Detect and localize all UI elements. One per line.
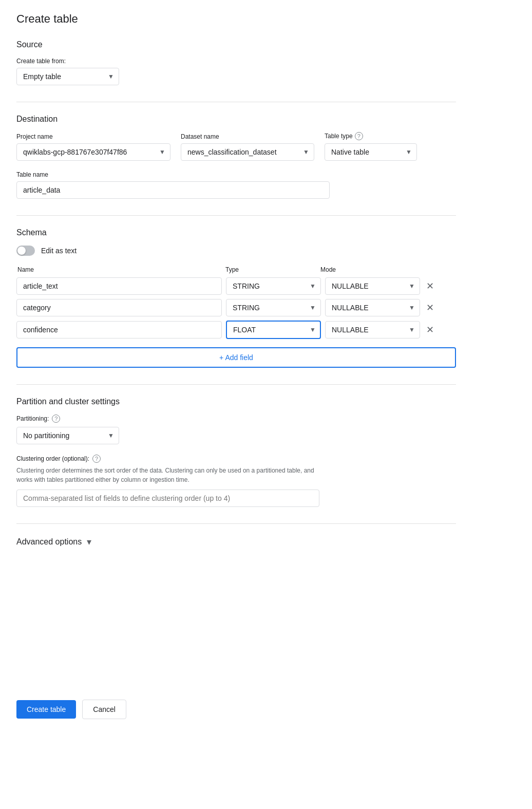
footer-spacer (16, 564, 456, 667)
source-section-title: Source (16, 40, 456, 49)
clustering-input[interactable] (16, 490, 319, 507)
schema-header: Name Type Mode (16, 266, 456, 273)
partitioning-label: Partitioning: (16, 415, 49, 422)
dataset-name-select[interactable]: news_classification_dataset (181, 143, 314, 161)
add-field-button[interactable]: + Add field (16, 347, 456, 368)
schema-mode-select-wrapper-2: NULLABLE REQUIRED REPEATED ▼ (325, 299, 420, 316)
table-type-field: Table type ? Native table External table… (325, 132, 417, 161)
table-type-help-icon[interactable]: ? (355, 132, 363, 140)
dataset-name-label: Dataset name (181, 133, 314, 140)
table-type-select[interactable]: Native table External table View Materia… (325, 143, 417, 161)
schema-col-name-header: Name (16, 266, 224, 273)
footer-buttons: Create table Cancel (0, 687, 532, 731)
schema-type-select-1[interactable]: STRING BYTES INTEGER FLOAT BOOLEAN RECOR… (226, 277, 321, 295)
cancel-button[interactable]: Cancel (82, 700, 126, 719)
destination-divider (16, 215, 456, 216)
partition-section-title: Partition and cluster settings (16, 397, 456, 406)
schema-type-select-wrapper-3: STRING BYTES INTEGER FLOAT BOOLEAN ▼ (226, 321, 321, 339)
create-table-button[interactable]: Create table (16, 700, 76, 719)
schema-type-select-wrapper-2: STRING BYTES INTEGER FLOAT BOOLEAN ▼ (226, 299, 321, 316)
clustering-label-row: Clustering order (optional): ? (16, 455, 456, 463)
table-type-select-wrapper: Native table External table View Materia… (325, 143, 417, 161)
schema-mode-select-3[interactable]: NULLABLE REQUIRED REPEATED (325, 321, 420, 338)
edit-as-text-label: Edit as text (41, 247, 77, 255)
schema-row-3: STRING BYTES INTEGER FLOAT BOOLEAN ▼ NUL… (16, 321, 456, 339)
page-title: Create table (16, 12, 456, 26)
partitioning-help-icon[interactable]: ? (52, 415, 60, 423)
schema-type-select-2[interactable]: STRING BYTES INTEGER FLOAT BOOLEAN (226, 299, 321, 316)
schema-name-input-1[interactable] (16, 277, 222, 295)
schema-mode-select-2[interactable]: NULLABLE REQUIRED REPEATED (325, 299, 420, 316)
schema-type-select-3[interactable]: STRING BYTES INTEGER FLOAT BOOLEAN (226, 321, 321, 339)
schema-col-mode-header: Mode (319, 266, 456, 273)
advanced-options-chevron-icon: ▾ (87, 536, 91, 548)
partitioning-select[interactable]: No partitioning By ingestion time By fie… (16, 427, 119, 444)
advanced-options-row[interactable]: Advanced options ▾ (16, 536, 456, 548)
edit-as-text-row: Edit as text (16, 246, 456, 256)
partition-section: Partition and cluster settings Partition… (16, 397, 456, 507)
project-name-select[interactable]: qwiklabs-gcp-881767e307f47f86 (16, 143, 170, 161)
schema-col-type-header: Type (224, 266, 319, 273)
table-name-input[interactable] (16, 181, 330, 199)
create-from-label: Create table from: (16, 58, 456, 65)
schema-section: Schema Edit as text Name Type Mode STRIN… (16, 228, 456, 368)
schema-row-2: STRING BYTES INTEGER FLOAT BOOLEAN ▼ NUL… (16, 299, 456, 316)
partition-divider (16, 523, 456, 524)
dataset-name-select-wrapper: news_classification_dataset ▼ (181, 143, 314, 161)
partitioning-label-row: Partitioning: ? (16, 415, 456, 423)
destination-section-title: Destination (16, 115, 456, 124)
clustering-label: Clustering order (optional): (16, 455, 89, 462)
clustering-help-icon[interactable]: ? (92, 455, 101, 463)
schema-divider (16, 384, 456, 385)
partitioning-select-wrapper: No partitioning By ingestion time By fie… (16, 427, 119, 444)
schema-name-input-3[interactable] (16, 321, 222, 338)
destination-row: Project name qwiklabs-gcp-881767e307f47f… (16, 132, 456, 161)
advanced-options-label: Advanced options (16, 537, 82, 547)
source-divider (16, 102, 456, 102)
schema-delete-icon-1[interactable]: ✕ (424, 279, 436, 293)
project-name-label: Project name (16, 133, 170, 140)
schema-mode-select-1[interactable]: NULLABLE REQUIRED REPEATED (325, 277, 420, 295)
create-from-select[interactable]: Empty table Google Cloud Storage Upload … (16, 68, 119, 85)
project-name-field: Project name qwiklabs-gcp-881767e307f47f… (16, 133, 170, 161)
schema-mode-select-wrapper-3: NULLABLE REQUIRED REPEATED ▼ (325, 321, 420, 338)
table-type-label: Table type ? (325, 132, 417, 140)
schema-delete-icon-2[interactable]: ✕ (424, 301, 436, 314)
clustering-description: Clustering order determines the sort ord… (16, 466, 325, 484)
toggle-thumb (17, 247, 26, 255)
schema-row-1: STRING BYTES INTEGER FLOAT BOOLEAN RECOR… (16, 277, 456, 295)
create-from-select-wrapper: Empty table Google Cloud Storage Upload … (16, 68, 119, 85)
source-section: Source Create table from: Empty table Go… (16, 40, 456, 85)
table-name-label: Table name (16, 171, 456, 178)
table-name-field: Table name (16, 171, 456, 199)
dataset-name-field: Dataset name news_classification_dataset… (181, 133, 314, 161)
schema-type-select-wrapper-1: STRING BYTES INTEGER FLOAT BOOLEAN RECOR… (226, 277, 321, 295)
schema-section-title: Schema (16, 228, 456, 237)
destination-section: Destination Project name qwiklabs-gcp-88… (16, 115, 456, 199)
schema-delete-icon-3[interactable]: ✕ (424, 323, 436, 336)
edit-as-text-toggle[interactable] (16, 246, 35, 256)
project-name-select-wrapper: qwiklabs-gcp-881767e307f47f86 ▼ (16, 143, 170, 161)
schema-mode-select-wrapper-1: NULLABLE REQUIRED REPEATED ▼ (325, 277, 420, 295)
schema-name-input-2[interactable] (16, 299, 222, 316)
